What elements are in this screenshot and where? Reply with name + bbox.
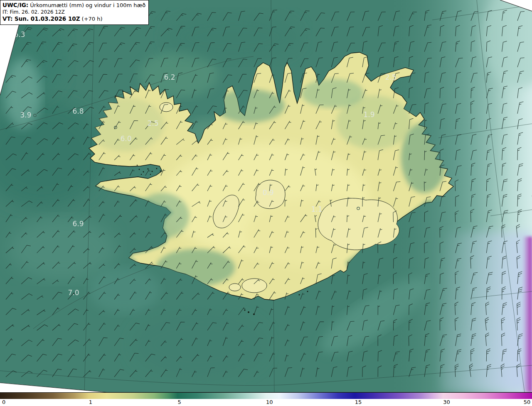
contour-value-label: 6.0 — [120, 135, 131, 143]
model-field-label: Úrkomumætti (mm) og vindur i 100m hæð — [28, 2, 145, 8]
valid-time: VT: Sun. 01.03.2026 10Z (+70 h) — [2, 15, 145, 23]
contour-value-label: 6.9 — [72, 220, 84, 228]
contour-value-label: 3.9 — [20, 111, 31, 119]
valid-time-bold: VT: Sun. 01.03.2026 10Z — [2, 15, 80, 22]
colorbar-tick-label: 30 — [443, 399, 450, 405]
colorbar-tick-label: 1 — [89, 399, 92, 405]
model-name: UWC/IG: — [2, 2, 28, 8]
forecast-info-box: UWC/IG: Úrkomumætti (mm) og vindur i 100… — [0, 0, 149, 25]
colorbar-gradient — [0, 392, 532, 399]
glacier-eyjafjallajokull — [229, 284, 241, 291]
model-title: UWC/IG: Úrkomumætti (mm) og vindur i 100… — [2, 2, 145, 9]
contour-value-label: 0.9 — [262, 188, 273, 197]
contour-value-label: 2.5 — [385, 73, 396, 81]
contour-value-label: 7.0 — [68, 289, 79, 297]
colorbar-tick-label: 5 — [178, 399, 181, 405]
glacier-drangajokull — [160, 103, 173, 112]
colorbar-tick-label: 15 — [355, 399, 362, 405]
lead-time: (+70 h) — [80, 16, 102, 22]
colorbar-tick-label: 0 — [2, 399, 5, 405]
precip-colorbar: 01510153050 — [0, 392, 532, 406]
contour-value-label: 2.5 — [147, 119, 158, 127]
map-canvas: 6.36.22.56.83.91.92.56.00.91.16.97.0 — [0, 0, 532, 392]
colorbar-scale: 01510153050 — [0, 399, 532, 406]
contour-value-label: 1.1 — [311, 205, 322, 213]
init-time: IT: Fim. 26. 02. 2026 12Z — [2, 9, 145, 15]
contour-value-label: 6.2 — [164, 73, 175, 81]
colorbar-tick-label: 10 — [266, 399, 273, 405]
contour-value-label: 1.9 — [363, 110, 374, 119]
contour-value-label: 6.8 — [72, 107, 84, 115]
colorbar-tick-label: 50 — [524, 399, 531, 405]
weather-map: 6.36.22.56.83.91.92.56.00.91.16.97.0 UWC… — [0, 0, 532, 406]
glacier-myrdalsjokull — [242, 279, 267, 293]
